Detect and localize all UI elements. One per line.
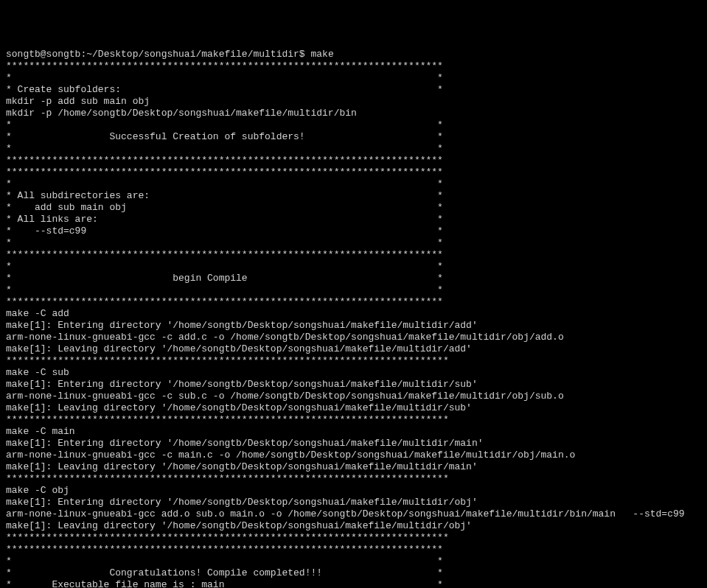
- output-line: make -C sub: [6, 367, 701, 379]
- output-line: * add sub main obj *: [6, 202, 701, 214]
- output-line: mkdir -p /home/songtb/Desktop/songshuai/…: [6, 108, 701, 119]
- output-line: * *: [6, 261, 701, 273]
- output-line: arm-none-linux-gnueabi-gcc -c sub.c -o /…: [6, 391, 701, 402]
- output-line: * All subdirectories are: *: [6, 190, 701, 202]
- output-line: make[1]: Entering directory '/home/songt…: [6, 497, 701, 508]
- output-line: make[1]: Entering directory '/home/songt…: [6, 320, 701, 332]
- output-line: make -C obj: [6, 485, 701, 497]
- output-line: ****************************************…: [6, 473, 701, 485]
- output-line: ****************************************…: [6, 167, 701, 178]
- output-line: ****************************************…: [6, 532, 701, 544]
- output-line: ****************************************…: [6, 414, 701, 426]
- terminal-output[interactable]: songtb@songtb:~/Desktop/songshuai/makefi…: [6, 49, 701, 588]
- command-text: make: [305, 49, 334, 60]
- output-line: * *: [6, 72, 701, 84]
- output-line: arm-none-linux-gnueabi-gcc -c main.c -o …: [6, 449, 701, 461]
- output-line: arm-none-linux-gnueabi-gcc -c add.c -o /…: [6, 332, 701, 343]
- output-line: ****************************************…: [6, 296, 701, 308]
- output-line: * *: [6, 119, 701, 131]
- output-line: make[1]: Leaving directory '/home/songtb…: [6, 402, 701, 414]
- output-line: make[1]: Entering directory '/home/songt…: [6, 379, 701, 391]
- output-line: ****************************************…: [6, 155, 701, 167]
- prompt-path: :~/Desktop/songshuai/makefile/multidir$: [80, 49, 304, 60]
- output-line: arm-none-linux-gnueabi-gcc add.o sub.o m…: [6, 508, 701, 520]
- output-line: make[1]: Leaving directory '/home/songtb…: [6, 343, 701, 355]
- output-line: make[1]: Leaving directory '/home/songtb…: [6, 520, 701, 532]
- prompt-line: songtb@songtb:~/Desktop/songshuai/makefi…: [6, 49, 701, 60]
- output-line: * Successful Creation of subfolders! *: [6, 131, 701, 143]
- output-line: make[1]: Entering directory '/home/songt…: [6, 438, 701, 449]
- output-line: make[1]: Leaving directory '/home/songtb…: [6, 461, 701, 473]
- output-line: * --std=c99 *: [6, 225, 701, 237]
- output-line: make -C main: [6, 426, 701, 438]
- output-line: * *: [6, 284, 701, 296]
- output-line: * *: [6, 143, 701, 155]
- output-line: ****************************************…: [6, 355, 701, 367]
- output-line: * *: [6, 237, 701, 249]
- output-line: * *: [6, 556, 701, 567]
- output-line: * All links are: *: [6, 214, 701, 225]
- output-line: * Congratulations! Compile completed!!! …: [6, 567, 701, 579]
- output-line: ****************************************…: [6, 60, 701, 72]
- output-line: * begin Compile *: [6, 273, 701, 284]
- output-line: * Create subfolders: *: [6, 84, 701, 96]
- output-line: make -C add: [6, 308, 701, 320]
- output-line: ****************************************…: [6, 249, 701, 261]
- output-line: ****************************************…: [6, 544, 701, 556]
- prompt-user: songtb@songtb: [6, 49, 80, 60]
- output-line: mkdir -p add sub main obj: [6, 96, 701, 108]
- output-line: * *: [6, 178, 701, 190]
- output-line: * Executable file name is : main *: [6, 579, 701, 588]
